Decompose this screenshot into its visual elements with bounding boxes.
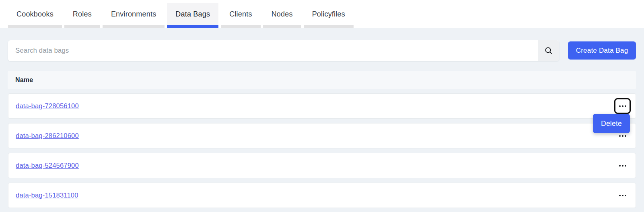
tab-clients[interactable]: Clients	[221, 3, 260, 28]
search-icon	[544, 46, 553, 55]
tab-nodes[interactable]: Nodes	[263, 3, 301, 28]
ellipsis-icon	[619, 135, 626, 137]
row-menu-dropdown: Delete	[593, 114, 630, 133]
row-menu-button[interactable]	[614, 98, 631, 114]
ellipsis-icon	[619, 165, 626, 167]
tab-environments[interactable]: Environments	[103, 3, 165, 28]
table-row: data-bag-728056100 Delete	[8, 93, 636, 119]
table-row: data-bag-286210600	[8, 123, 636, 148]
table-row: data-bag-151831100	[8, 183, 636, 208]
ellipsis-icon	[619, 105, 626, 107]
data-bags-page: Cookbooks Roles Environments Data Bags C…	[0, 0, 644, 212]
tab-cookbooks[interactable]: Cookbooks	[8, 3, 62, 28]
data-bag-list: data-bag-728056100 Delete data-bag-28621…	[8, 93, 636, 208]
row-menu-button[interactable]	[614, 158, 631, 173]
resource-tabs: Cookbooks Roles Environments Data Bags C…	[0, 0, 644, 28]
data-bag-link[interactable]: data-bag-524567900	[16, 162, 79, 169]
search-input[interactable]	[8, 40, 538, 61]
create-data-bag-button[interactable]: Create Data Bag	[568, 41, 636, 60]
table-row: data-bag-524567900	[8, 153, 636, 178]
tab-policyfiles[interactable]: Policyfiles	[304, 3, 354, 28]
data-bag-link[interactable]: data-bag-286210600	[16, 132, 79, 140]
table-header: Name	[8, 71, 636, 89]
search-bar	[8, 40, 559, 61]
tab-data-bags[interactable]: Data Bags	[167, 3, 218, 28]
name-column-header: Name	[15, 76, 33, 84]
tab-roles[interactable]: Roles	[64, 3, 100, 28]
row-menu-button[interactable]	[614, 187, 631, 203]
data-bag-link[interactable]: data-bag-728056100	[16, 102, 79, 110]
toolbar: Create Data Bag	[8, 40, 636, 61]
search-button[interactable]	[538, 40, 559, 61]
data-bag-link[interactable]: data-bag-151831100	[16, 191, 78, 199]
ellipsis-icon	[619, 195, 626, 196]
delete-menu-item[interactable]: Delete	[593, 114, 630, 133]
